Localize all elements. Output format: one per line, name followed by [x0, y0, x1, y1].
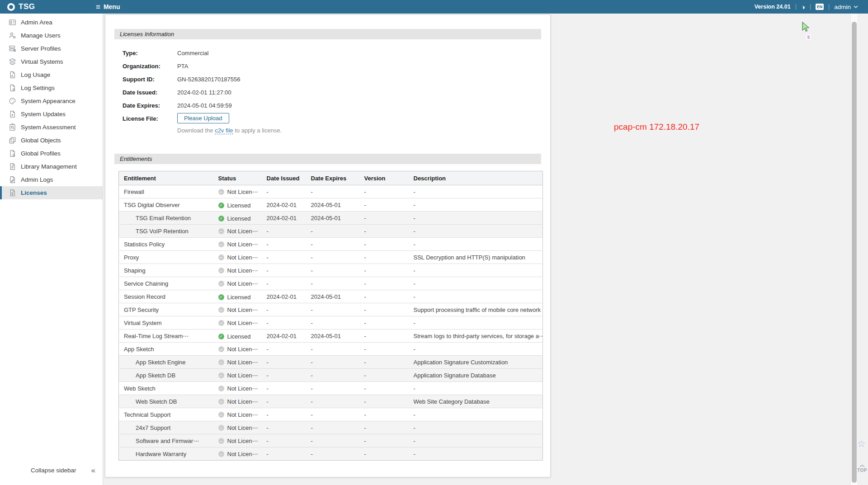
entitlement-status: Not Licen⋯ — [213, 277, 262, 290]
entitlement-version: - — [359, 251, 409, 264]
entitlement-description: - — [409, 185, 543, 198]
entitlement-name: App Sketch DB — [119, 369, 213, 382]
entitlement-status: Not Licen⋯ — [213, 316, 262, 330]
entitlement-description: - — [409, 421, 543, 434]
server-gear-icon — [9, 45, 16, 52]
logo-text: TSG — [19, 2, 35, 11]
entitlement-date-issued: - — [262, 277, 306, 290]
app-logo[interactable]: TSG — [0, 2, 96, 11]
entitlement-version: - — [359, 185, 409, 198]
entitlement-row: ProxyNot Licen⋯---SSL Decryption and HTT… — [119, 251, 543, 264]
licenses-page-card: Licenses Information Type:CommercialOrga… — [105, 14, 551, 477]
entitlement-status: Not Licen⋯ — [213, 238, 262, 251]
sidebar-item-virtual-systems[interactable]: Virtual Systems — [0, 55, 103, 68]
status-text: Not Licen⋯ — [227, 254, 258, 261]
not-licensed-icon — [218, 228, 224, 234]
sidebar-item-system-assessment[interactable]: System Assessment — [0, 121, 103, 134]
entitlement-row: Virtual SystemNot Licen⋯---- — [119, 316, 543, 330]
entitlement-date-expires: - — [306, 225, 359, 238]
entitlement-description: Stream logs to third-party services, for… — [409, 330, 543, 343]
c2v-file-link[interactable]: c2v file — [215, 127, 233, 134]
status-text: Licensed — [227, 202, 251, 209]
status-text: Not Licen⋯ — [227, 359, 258, 366]
sidebar-item-global-objects[interactable]: Global Objects — [0, 134, 103, 147]
not-licensed-icon — [218, 359, 224, 365]
back-to-top-button[interactable]: TOP — [855, 465, 868, 473]
collapse-sidebar-label: Collapse sidebar — [31, 467, 76, 474]
entitlement-version: - — [359, 316, 409, 330]
sidebar-item-label: System Updates — [21, 111, 66, 118]
sidebar-item-server-profiles[interactable]: Server Profiles — [0, 42, 103, 55]
user-gear-icon — [9, 32, 16, 39]
please-upload-button[interactable]: Please Upload — [177, 113, 229, 123]
entitlement-row: GTP SecurityNot Licen⋯---Support process… — [119, 303, 543, 316]
license-file-controls: Please Upload Download the c2v file to a… — [177, 113, 282, 134]
status-wrap: Not Licen⋯ — [218, 438, 258, 444]
status-text: Licensed — [227, 333, 251, 340]
separator — [796, 4, 796, 10]
not-licensed-icon — [218, 412, 224, 418]
doc-seal-icon — [9, 189, 16, 197]
sidebar-item-licenses[interactable]: Licenses — [0, 186, 103, 199]
language-toggle[interactable]: EN — [816, 4, 824, 10]
sidebar-item-manage-users[interactable]: Manage Users — [0, 29, 103, 42]
user-menu[interactable]: admin — [834, 4, 858, 10]
not-licensed-icon — [218, 307, 224, 313]
entitlement-description: - — [409, 408, 543, 421]
entitlement-date-issued: - — [262, 356, 306, 369]
sidebar-item-log-settings[interactable]: Log Settings — [0, 81, 103, 94]
entitlement-status: Not Licen⋯ — [213, 264, 262, 277]
contrast-toggle-icon[interactable]: ◑ — [801, 4, 805, 10]
licensed-check-icon — [218, 216, 224, 221]
status-text: Not Licen⋯ — [227, 451, 258, 457]
sidebar-item-label: Log Settings — [21, 85, 55, 91]
not-licensed-icon — [218, 425, 224, 431]
entitlement-status: Not Licen⋯ — [213, 343, 262, 356]
collapse-sidebar-button[interactable]: Collapse sidebar « — [0, 464, 103, 477]
sidebar-item-global-profiles[interactable]: Global Profiles — [0, 147, 103, 160]
status-text: Not Licen⋯ — [227, 241, 258, 248]
entitlement-name: 24x7 Support — [119, 421, 213, 434]
clipboard-search-icon — [9, 123, 16, 131]
entitlement-status: Licensed — [213, 198, 262, 212]
entitlement-name: TSG VoIP Retention — [119, 225, 213, 238]
entitlement-description: Web Site Category Database — [409, 395, 543, 408]
entitlement-version: - — [359, 290, 409, 303]
entitlement-row: FirewallNot Licen⋯---- — [119, 185, 543, 198]
entitlement-status: Licensed — [213, 212, 262, 225]
entitlement-row: Hardware WarrantyNot Licen⋯---- — [119, 447, 543, 461]
sidebar-item-library-management[interactable]: Library Management — [0, 160, 103, 173]
scrollbar-track[interactable] — [850, 14, 857, 485]
entitlement-version: - — [359, 356, 409, 369]
favorite-star-icon[interactable]: ☆ — [857, 438, 866, 449]
collapse-chevrons-icon: « — [91, 466, 95, 475]
entitlement-date-expires: 2024-05-01 — [306, 330, 359, 343]
doc-pencil-icon — [9, 176, 16, 184]
copy-icon — [9, 137, 16, 144]
sidebar-item-label: Admin Area — [21, 19, 52, 26]
sidebar-item-system-updates[interactable]: System Updates — [0, 108, 103, 121]
entitlement-date-expires: - — [306, 382, 359, 395]
licenses-information-title: Licenses Information — [120, 31, 174, 38]
status-text: Licensed — [227, 294, 251, 301]
entitlement-name: Statistics Policy — [119, 238, 213, 251]
sidebar-item-label: Global Objects — [21, 137, 61, 144]
sidebar-item-system-appearance[interactable]: System Appearance — [0, 94, 103, 108]
entitlements-title: Entitlements — [120, 155, 152, 162]
entitlement-date-expires: - — [306, 369, 359, 382]
entitlement-date-issued: - — [262, 225, 306, 238]
download-hint-suffix: to apply a license. — [233, 127, 282, 134]
entitlement-version: - — [359, 421, 409, 434]
field-value: 2024-05-01 04:59:59 — [177, 102, 232, 109]
status-wrap: Not Licen⋯ — [218, 320, 258, 326]
field-label: Type: — [123, 50, 177, 57]
sidebar-item-log-usage[interactable]: Log Usage — [0, 68, 103, 81]
entitlement-description: - — [409, 198, 543, 212]
sidebar-item-label: Log Usage — [21, 71, 50, 78]
scrollbar-thumb[interactable] — [852, 22, 857, 483]
sidebar-item-admin-area[interactable]: Admin Area — [0, 16, 103, 29]
menu-button[interactable]: ≡ Menu — [96, 3, 120, 11]
field-label: Support ID: — [123, 76, 177, 83]
sidebar-item-admin-logs[interactable]: Admin Logs — [0, 173, 103, 186]
field-label: Organization: — [123, 63, 177, 70]
